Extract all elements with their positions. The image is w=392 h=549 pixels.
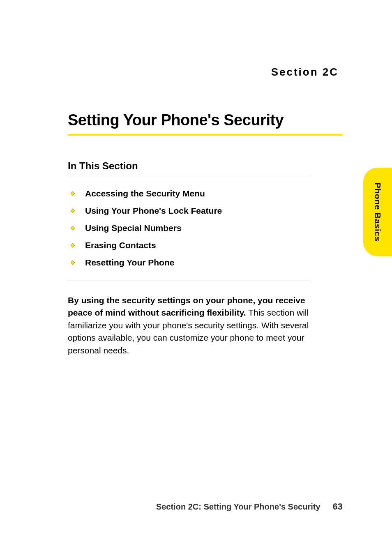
list-item-label: Using Special Numbers [85,223,182,233]
diamond-bullet-icon [70,226,75,230]
list-item-label: Erasing Contacts [85,240,156,250]
footer-section-text: Section 2C: Setting Your Phone's Securit… [156,502,321,512]
diamond-bullet-icon [70,191,75,196]
side-tab-label: Phone Basics [373,182,383,242]
section-label: Section 2C [68,66,343,78]
horizontal-divider [68,281,310,281]
in-this-section-heading: In This Section [68,160,310,177]
list-item: Using Special Numbers [68,223,310,233]
list-item: Resetting Your Phone [68,258,310,268]
page-title: Setting Your Phone's Security [68,111,343,136]
list-item: Accessing the Security Menu [68,189,310,198]
diamond-bullet-icon [70,208,75,213]
page-footer: Section 2C: Setting Your Phone's Securit… [156,501,343,512]
list-item-label: Using Your Phone's Lock Feature [85,206,222,216]
list-item: Using Your Phone's Lock Feature [68,206,310,216]
side-tab: Phone Basics [363,168,392,256]
list-item: Erasing Contacts [68,240,310,250]
section-toc-list: Accessing the Security Menu Using Your P… [68,189,310,268]
page-number: 63 [333,501,343,512]
diamond-bullet-icon [70,260,75,265]
list-item-label: Accessing the Security Menu [85,189,205,198]
intro-paragraph: By using the security settings on your p… [68,294,310,357]
diamond-bullet-icon [70,243,75,247]
list-item-label: Resetting Your Phone [85,258,174,268]
